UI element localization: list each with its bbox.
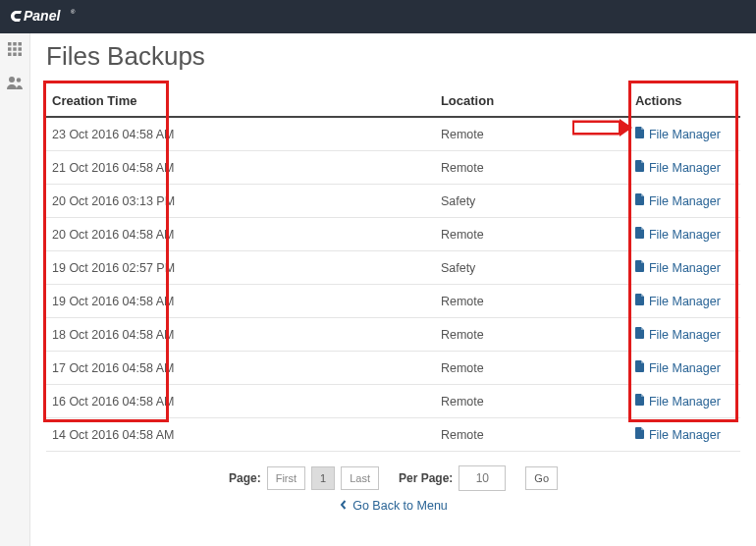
pager-go-button[interactable]: Go bbox=[525, 466, 558, 490]
file-manager-label: File Manager bbox=[649, 261, 721, 275]
cpanel-logo-icon: Panel ® bbox=[10, 8, 94, 26]
cell-location: Remote bbox=[435, 218, 629, 251]
svg-text:Panel: Panel bbox=[24, 8, 61, 24]
svg-text:®: ® bbox=[71, 9, 76, 15]
cell-location: Safety bbox=[435, 251, 629, 285]
cell-actions: File Manager bbox=[629, 352, 740, 385]
file-icon bbox=[635, 427, 645, 442]
cell-actions: File Manager bbox=[629, 251, 740, 285]
cell-actions: File Manager bbox=[629, 185, 740, 218]
svg-rect-4 bbox=[19, 42, 23, 46]
per-page-label: Per Page: bbox=[399, 471, 453, 485]
sidebar-apps-button[interactable] bbox=[0, 39, 29, 61]
cell-actions: File Manager bbox=[629, 117, 740, 151]
cell-creation-time: 20 Oct 2016 04:58 AM bbox=[46, 218, 435, 251]
file-icon bbox=[635, 360, 645, 375]
col-header-location[interactable]: Location bbox=[435, 85, 629, 117]
cell-creation-time: 17 Oct 2016 04:58 AM bbox=[46, 352, 435, 385]
table-row: 20 Oct 2016 03:13 PMSafetyFile Manager bbox=[46, 185, 740, 218]
cell-actions: File Manager bbox=[629, 218, 740, 251]
svg-rect-8 bbox=[8, 52, 12, 56]
users-icon bbox=[7, 76, 23, 92]
file-manager-link[interactable]: File Manager bbox=[635, 394, 721, 409]
table-row: 18 Oct 2016 04:58 AMRemoteFile Manager bbox=[46, 318, 740, 352]
file-manager-label: File Manager bbox=[649, 128, 721, 141]
file-manager-label: File Manager bbox=[649, 295, 721, 308]
file-manager-link[interactable]: File Manager bbox=[635, 193, 721, 208]
table-row: 17 Oct 2016 04:58 AMRemoteFile Manager bbox=[46, 352, 740, 385]
file-manager-label: File Manager bbox=[649, 428, 721, 442]
table-row: 23 Oct 2016 04:58 AMRemoteFile Manager bbox=[46, 117, 740, 151]
backups-table: Creation Time Location Actions 23 Oct 20… bbox=[46, 85, 740, 452]
file-manager-label: File Manager bbox=[649, 361, 721, 375]
cell-location: Remote bbox=[435, 318, 629, 352]
table-row: 19 Oct 2016 02:57 PMSafetyFile Manager bbox=[46, 251, 740, 285]
cell-location: Remote bbox=[435, 117, 629, 151]
cell-location: Remote bbox=[435, 385, 629, 418]
file-manager-label: File Manager bbox=[649, 194, 721, 208]
file-manager-link[interactable]: File Manager bbox=[635, 294, 721, 308]
table-row: 20 Oct 2016 04:58 AMRemoteFile Manager bbox=[46, 218, 740, 251]
cell-actions: File Manager bbox=[629, 318, 740, 352]
per-page-input[interactable] bbox=[459, 465, 506, 491]
file-icon bbox=[635, 327, 645, 342]
file-icon bbox=[635, 394, 645, 409]
file-manager-label: File Manager bbox=[649, 161, 721, 175]
sidebar-users-button[interactable] bbox=[0, 73, 29, 94]
cell-creation-time: 18 Oct 2016 04:58 AM bbox=[46, 318, 435, 352]
cell-creation-time: 23 Oct 2016 04:58 AM bbox=[46, 117, 435, 151]
file-manager-link[interactable]: File Manager bbox=[635, 327, 721, 342]
cell-location: Remote bbox=[435, 151, 629, 185]
svg-point-12 bbox=[17, 78, 22, 82]
cell-actions: File Manager bbox=[629, 418, 740, 452]
cpanel-logo: Panel ® bbox=[10, 8, 94, 26]
cell-location: Safety bbox=[435, 185, 629, 218]
file-icon bbox=[635, 260, 645, 275]
cell-creation-time: 19 Oct 2016 04:58 AM bbox=[46, 285, 435, 318]
chevron-left-icon bbox=[339, 499, 349, 513]
file-icon bbox=[635, 193, 645, 208]
pager-last-button[interactable]: Last bbox=[341, 466, 379, 490]
page-label: Page: bbox=[229, 471, 261, 485]
file-icon bbox=[635, 294, 645, 308]
cell-location: Remote bbox=[435, 418, 629, 452]
file-manager-link[interactable]: File Manager bbox=[635, 360, 721, 375]
cell-creation-time: 21 Oct 2016 04:58 AM bbox=[46, 151, 435, 185]
cell-creation-time: 20 Oct 2016 03:13 PM bbox=[46, 185, 435, 218]
file-manager-link[interactable]: File Manager bbox=[635, 227, 721, 242]
table-row: 19 Oct 2016 04:58 AMRemoteFile Manager bbox=[46, 285, 740, 318]
file-manager-label: File Manager bbox=[649, 328, 721, 342]
cell-creation-time: 19 Oct 2016 02:57 PM bbox=[46, 251, 435, 285]
file-manager-link[interactable]: File Manager bbox=[635, 427, 721, 442]
cell-location: Remote bbox=[435, 285, 629, 318]
sidebar bbox=[0, 33, 30, 546]
svg-rect-10 bbox=[19, 52, 23, 56]
cell-creation-time: 14 Oct 2016 04:58 AM bbox=[46, 418, 435, 452]
cell-creation-time: 16 Oct 2016 04:58 AM bbox=[46, 385, 435, 418]
go-back-link[interactable]: Go Back to Menu bbox=[46, 499, 740, 513]
table-wrap: Creation Time Location Actions 23 Oct 20… bbox=[46, 85, 740, 452]
table-row: 21 Oct 2016 04:58 AMRemoteFile Manager bbox=[46, 151, 740, 185]
go-back-label: Go Back to Menu bbox=[352, 499, 448, 513]
page-title: Files Backups bbox=[46, 41, 740, 72]
svg-rect-5 bbox=[8, 47, 12, 51]
svg-rect-3 bbox=[13, 42, 17, 46]
pager-first-button[interactable]: First bbox=[267, 466, 305, 490]
col-header-actions: Actions bbox=[629, 85, 740, 117]
content-area: Files Backups Creation Time Location Act… bbox=[30, 33, 756, 546]
file-manager-link[interactable]: File Manager bbox=[635, 260, 721, 275]
svg-rect-9 bbox=[13, 52, 17, 56]
cell-location: Remote bbox=[435, 352, 629, 385]
file-manager-label: File Manager bbox=[649, 228, 721, 242]
svg-rect-6 bbox=[13, 47, 17, 51]
col-header-creation-time[interactable]: Creation Time bbox=[46, 85, 435, 117]
svg-rect-2 bbox=[8, 42, 12, 46]
file-manager-link[interactable]: File Manager bbox=[635, 127, 721, 141]
table-row: 14 Oct 2016 04:58 AMRemoteFile Manager bbox=[46, 418, 740, 452]
file-icon bbox=[635, 227, 645, 242]
top-bar: Panel ® bbox=[0, 0, 756, 33]
pager-current-page[interactable]: 1 bbox=[311, 466, 335, 490]
file-manager-link[interactable]: File Manager bbox=[635, 160, 721, 175]
file-manager-label: File Manager bbox=[649, 395, 721, 409]
pager: Page: First 1 Last Per Page: Go bbox=[46, 465, 740, 491]
